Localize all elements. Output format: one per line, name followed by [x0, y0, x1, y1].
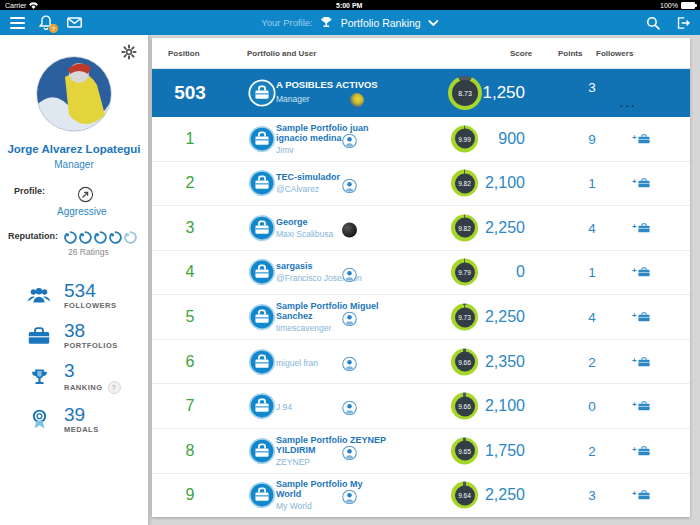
user-avatar[interactable]	[37, 57, 111, 131]
nav-bar: 7 Your Profile: Portfolio Ranking	[0, 10, 700, 35]
table-row[interactable]: 7J.949.662,1000+	[152, 384, 690, 429]
rank-position: 1	[152, 130, 228, 148]
add-portfolio-button[interactable]: +	[632, 223, 650, 233]
points-value: 0	[463, 263, 525, 281]
portfolio-icon	[248, 348, 276, 376]
user-person-icon	[342, 445, 357, 460]
notifications-bell-icon[interactable]: 7	[39, 15, 53, 30]
portfolio-user: @CAlvarez	[276, 184, 390, 194]
portfolio-user: ZEYNEP	[276, 457, 390, 467]
followers-value: 1	[567, 265, 617, 280]
portfolio-icon	[248, 169, 276, 197]
points-value: 2,100	[463, 397, 525, 415]
points-value: 2,350	[463, 353, 525, 371]
portfolios-count: 38	[64, 321, 118, 340]
logout-icon[interactable]	[676, 16, 690, 30]
add-portfolio-button[interactable]: +	[632, 357, 650, 367]
ranking-stat[interactable]: 3 RANKING?	[0, 361, 148, 394]
points-value: 2,250	[463, 308, 525, 326]
user-photo-avatar	[349, 93, 364, 108]
table-row[interactable]: 2TEC-simulador@CAlvarez9.822,1001+	[152, 162, 690, 207]
risk-profile-value[interactable]: Aggressive	[57, 206, 106, 217]
reputation-rating-icons	[64, 231, 137, 244]
settings-gear-icon[interactable]	[121, 44, 137, 60]
header-followers: Followers	[596, 49, 633, 58]
portfolio-user: J.94	[276, 402, 390, 412]
search-icon[interactable]	[646, 16, 660, 30]
rank-position: 503	[152, 82, 228, 104]
user-person-icon	[342, 401, 357, 416]
header-position: Position	[168, 49, 200, 58]
followers-value: 4	[567, 310, 617, 325]
table-row[interactable]: 9Sample Portfolio My WorldMy World9.642,…	[152, 474, 690, 518]
points-value: 2,250	[463, 219, 525, 237]
add-portfolio-button[interactable]: +	[632, 312, 650, 322]
trophy-icon	[321, 16, 333, 29]
ranking-rows: 1Sample Portfolio juan ignacio medinaJim…	[152, 117, 690, 517]
add-portfolio-button[interactable]: +	[632, 134, 650, 144]
wifi-icon	[29, 2, 38, 9]
carrier-label: Carrier	[5, 2, 26, 9]
profile-label: Profile:	[14, 186, 45, 196]
portfolio-icon	[248, 214, 276, 242]
user-person-icon	[342, 490, 357, 505]
table-row[interactable]: 4sargasis@Francisco JoseAñon9.7901+	[152, 251, 690, 296]
add-portfolio-button[interactable]: +	[632, 267, 650, 277]
add-portfolio-button[interactable]: +	[632, 446, 650, 456]
points-value: 1,750	[463, 442, 525, 460]
table-row[interactable]: 3GeorgeMaxi Scalibusa9.822,2504+	[152, 206, 690, 251]
portfolio-name[interactable]: TEC-simulador	[276, 172, 390, 182]
portfolios-stat[interactable]: 38 PORTFOLIOS	[0, 321, 148, 350]
portfolio-name[interactable]: Sample Portfolio Miguel Sanchez	[276, 301, 390, 321]
user-photo-avatar	[342, 223, 357, 238]
followers-value: 1	[567, 176, 617, 191]
user-name: Jorge Alvarez Lopategui	[0, 143, 148, 155]
header-score: Score	[510, 49, 532, 58]
add-portfolio-button[interactable]: +	[632, 178, 650, 188]
followers-value: 3	[567, 488, 617, 503]
followers-value: 2	[567, 354, 617, 369]
portfolio-name[interactable]: George	[276, 217, 390, 227]
followers-count: 534	[64, 281, 116, 300]
status-bar: Carrier 5:00 PM 100%	[0, 0, 700, 10]
rank-position: 7	[152, 397, 228, 415]
followers-stat[interactable]: 534 FOLLOWERS	[0, 281, 148, 310]
table-row[interactable]: 6miguel fran9.662,3502+	[152, 340, 690, 385]
portfolio-name[interactable]: Sample Portfolio juan ignacio medina	[276, 123, 390, 143]
ranking-help-icon[interactable]: ?	[108, 381, 121, 394]
ranking-dropdown[interactable]: Portfolio Ranking	[341, 17, 421, 29]
portfolio-name[interactable]: Sample Portfolio ZEYNEP YILDIRIM	[276, 435, 390, 455]
menu-icon[interactable]	[10, 17, 25, 29]
current-user-row[interactable]: 503 A POSIBLES ACTIVOS Manager 8.73 1,25…	[152, 69, 690, 117]
followers-value: 2	[567, 443, 617, 458]
portfolio-icon	[248, 481, 276, 509]
portfolio-user: @Francisco JoseAñon	[276, 273, 390, 283]
rank-position: 9	[152, 486, 228, 504]
points-value: 2,100	[463, 174, 525, 192]
medals-stat[interactable]: 39 MEDALS	[0, 405, 148, 434]
messages-envelope-icon[interactable]	[67, 17, 82, 28]
rank-position: 3	[152, 219, 228, 237]
portfolio-icon	[248, 125, 276, 153]
header-portfolio: Portfolio and User	[247, 49, 316, 58]
more-actions-icon[interactable]: ···	[620, 100, 637, 112]
add-portfolio-button[interactable]: +	[632, 401, 650, 411]
portfolio-name[interactable]: A POSIBLES ACTIVOS	[276, 80, 390, 90]
add-portfolio-button[interactable]: +	[632, 490, 650, 500]
points-value: 900	[463, 130, 525, 148]
ratings-count: 26 Ratings	[68, 247, 137, 257]
user-role: Manager	[0, 159, 148, 170]
risk-profile-icon	[65, 186, 106, 203]
chevron-down-icon[interactable]	[429, 20, 439, 26]
table-row[interactable]: 5Sample Portfolio Miguel Sancheztimescav…	[152, 295, 690, 340]
user-stats: 534 FOLLOWERS 38 PORTFOLIOS 3	[0, 281, 148, 434]
points-value: 1,250	[463, 83, 525, 103]
rank-position: 4	[152, 263, 228, 281]
portfolio-name[interactable]: sargasis	[276, 261, 390, 271]
portfolio-user: timescavenger	[276, 323, 390, 333]
table-row[interactable]: 1Sample Portfolio juan ignacio medinaJim…	[152, 117, 690, 162]
followers-value: 9	[567, 131, 617, 146]
portfolio-name[interactable]: Sample Portfolio My World	[276, 479, 390, 499]
table-row[interactable]: 8Sample Portfolio ZEYNEP YILDIRIMZEYNEP9…	[152, 429, 690, 474]
reputation-label: Reputation:	[8, 231, 58, 241]
